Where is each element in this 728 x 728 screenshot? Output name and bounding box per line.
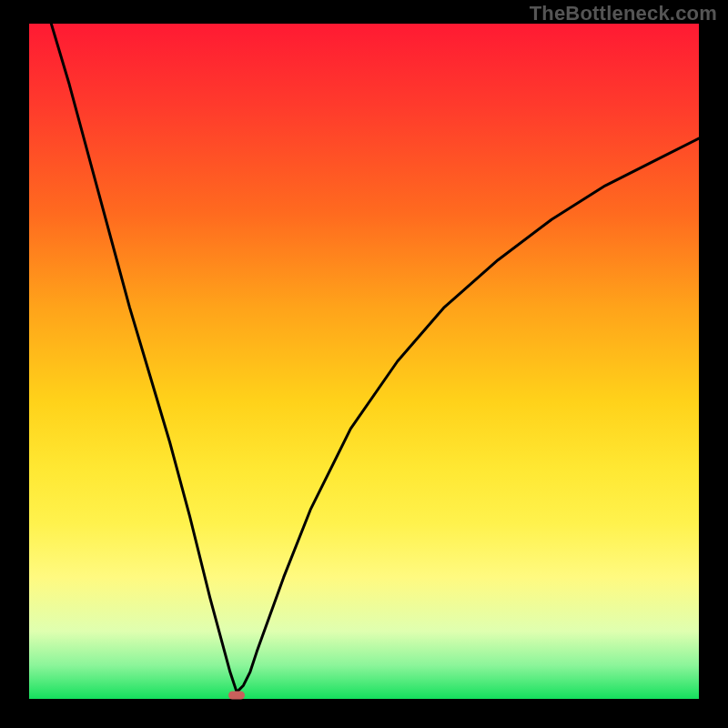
watermark-text: TheBottleneck.com (530, 2, 717, 25)
curve-svg (29, 24, 699, 699)
chart-frame: TheBottleneck.com (0, 0, 728, 728)
minimum-marker (228, 692, 245, 700)
plot-area (29, 24, 699, 699)
curve-path (29, 24, 699, 693)
